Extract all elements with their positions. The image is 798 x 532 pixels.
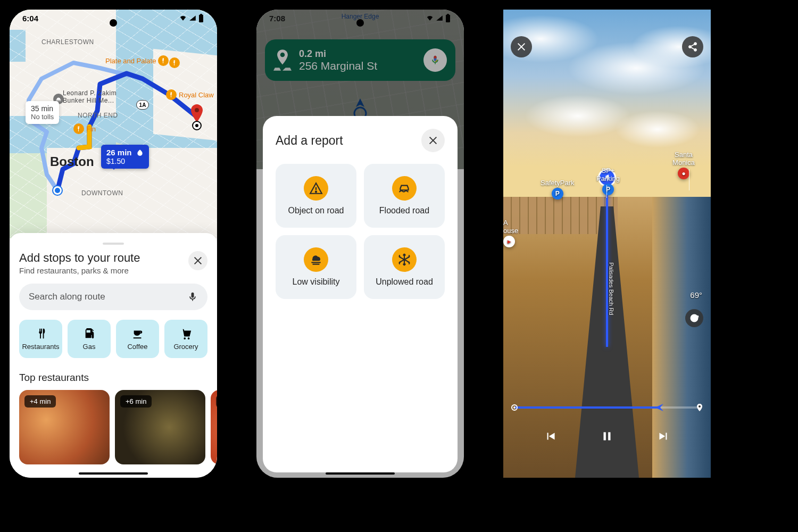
restaurant-icon	[169, 57, 180, 68]
restaurant-card-3[interactable]: +8	[211, 390, 217, 464]
home-indicator[interactable]	[326, 472, 395, 475]
svg-rect-22	[604, 432, 606, 440]
phone-immersive-view: Santa Monica ● SP+ Parking P SafetyPark …	[503, 10, 711, 478]
close-button[interactable]	[511, 36, 532, 57]
label-charlestown: CHARLESTOWN	[41, 38, 94, 46]
svg-point-9	[315, 191, 317, 192]
status-icons	[179, 14, 204, 22]
add-stops-sheet: Add stops to your route Find restaurants…	[10, 233, 217, 478]
svg-rect-7	[447, 14, 448, 15]
camera-notch	[356, 19, 364, 27]
street-label: Palisades Beach Rd	[608, 262, 614, 315]
status-time: 6:04	[22, 14, 38, 23]
chip-coffee[interactable]: Coffee	[116, 320, 159, 358]
snowflake-icon	[392, 247, 417, 272]
pause-button[interactable]	[597, 427, 617, 446]
next-button[interactable]	[654, 427, 673, 446]
close-icon	[428, 136, 438, 145]
wifi-icon	[179, 14, 187, 22]
poi-plate-and-palate[interactable]: Plate and Palate	[105, 55, 169, 66]
signal-icon	[188, 14, 197, 22]
home-indicator[interactable]	[79, 472, 148, 475]
report-unplowed-road[interactable]: Unplowed road	[364, 235, 445, 299]
highway-shield-1a: 1A	[136, 100, 149, 110]
svg-point-16	[689, 46, 692, 48]
map-canvas[interactable]: CHARLESTOWN NORTH END DOWNTOWN Boston Le…	[10, 10, 217, 238]
top-restaurants-heading: Top restaurants	[19, 372, 207, 384]
parking-icon: P	[602, 184, 614, 195]
poi-royal-claw[interactable]: Royal Claw	[166, 89, 214, 100]
restaurant-card-2[interactable]: +6 min	[115, 390, 205, 464]
chip-grocery[interactable]: Grocery	[164, 320, 207, 358]
progress-end-icon	[696, 404, 703, 411]
poi-unnamed[interactable]	[169, 57, 180, 68]
svg-point-20	[513, 406, 516, 409]
restaurant-icon	[158, 55, 169, 66]
restaurant-icon	[166, 89, 177, 100]
svg-rect-23	[608, 432, 610, 440]
label-north-end: NORTH END	[78, 112, 118, 119]
gas-icon	[84, 328, 95, 339]
restaurant-icon	[73, 123, 84, 134]
progress-cursor-icon[interactable]	[654, 402, 664, 413]
skip-next-icon	[656, 429, 670, 443]
skip-prev-icon	[544, 429, 558, 443]
poi-fin[interactable]: Fin	[73, 123, 96, 134]
close-button[interactable]	[421, 129, 445, 152]
progress-start-icon	[511, 404, 518, 411]
close-icon	[193, 256, 203, 265]
prev-button[interactable]	[541, 427, 560, 446]
svg-point-17	[694, 48, 697, 51]
svg-rect-6	[446, 15, 450, 22]
route-alt-badge[interactable]: 35 min No tolls	[26, 101, 59, 124]
search-along-route-input[interactable]: Search along route	[19, 284, 207, 310]
battery-icon	[198, 14, 204, 22]
playback-controls	[503, 427, 711, 446]
place-safetypark[interactable]: SafetyPark P	[541, 179, 575, 200]
restaurant-icon	[35, 328, 47, 339]
sheet-title: Add stops to your route	[19, 251, 140, 265]
search-placeholder: Search along route	[29, 292, 105, 302]
share-button[interactable]	[682, 36, 703, 57]
place-sp-parking[interactable]: SP+ Parking P	[596, 159, 620, 203]
progress-fill	[514, 406, 659, 409]
close-icon	[517, 42, 526, 52]
phone-route-stops: CHARLESTOWN NORTH END DOWNTOWN Boston Le…	[10, 10, 217, 478]
svg-rect-4	[200, 14, 202, 15]
route-main-badge[interactable]: 26 min $1.50	[101, 145, 149, 169]
pin-red-icon: ●	[678, 168, 689, 179]
destination-pin	[190, 104, 203, 122]
coffee-icon	[132, 328, 144, 339]
close-button[interactable]	[188, 251, 207, 270]
svg-point-0	[195, 108, 199, 112]
pause-icon	[600, 429, 614, 443]
chip-restaurants[interactable]: Restaurants	[19, 320, 62, 358]
chip-gas[interactable]: Gas	[68, 320, 111, 358]
flooded-car-icon	[392, 176, 417, 201]
status-icons	[426, 14, 451, 22]
sheet-subtitle: Find restaurants, parks & more	[19, 266, 140, 275]
svg-rect-3	[199, 15, 203, 22]
clock-refresh-icon	[689, 313, 700, 323]
mic-icon[interactable]	[187, 290, 198, 303]
origin-marker	[53, 186, 62, 195]
route-progress[interactable]	[514, 406, 700, 409]
route-polyline	[10, 10, 217, 238]
camera-notch	[110, 19, 117, 27]
status-time: 7:08	[269, 14, 285, 23]
place-a-house[interactable]: A ouse ▸	[503, 211, 518, 255]
sheet-grabber[interactable]	[103, 243, 124, 245]
place-santa-monica[interactable]: Santa Monica ●	[672, 143, 695, 187]
restaurant-row[interactable]: +4 min +6 min +8	[19, 390, 207, 464]
label-downtown: DOWNTOWN	[81, 189, 123, 197]
report-title: Add a report	[276, 134, 343, 148]
pin-white-icon: ▸	[503, 236, 515, 247]
report-object-on-road[interactable]: Object on road	[276, 164, 356, 228]
time-refresh-button[interactable]	[685, 309, 703, 327]
parking-icon: P	[552, 188, 563, 200]
restaurant-card-1[interactable]: +4 min	[19, 390, 110, 464]
temperature: 69°	[690, 290, 702, 300]
add-report-sheet: Add a report Object on road Flooded road…	[263, 116, 458, 472]
report-low-visibility[interactable]: Low visibility	[276, 235, 356, 299]
report-flooded-road[interactable]: Flooded road	[364, 164, 445, 228]
